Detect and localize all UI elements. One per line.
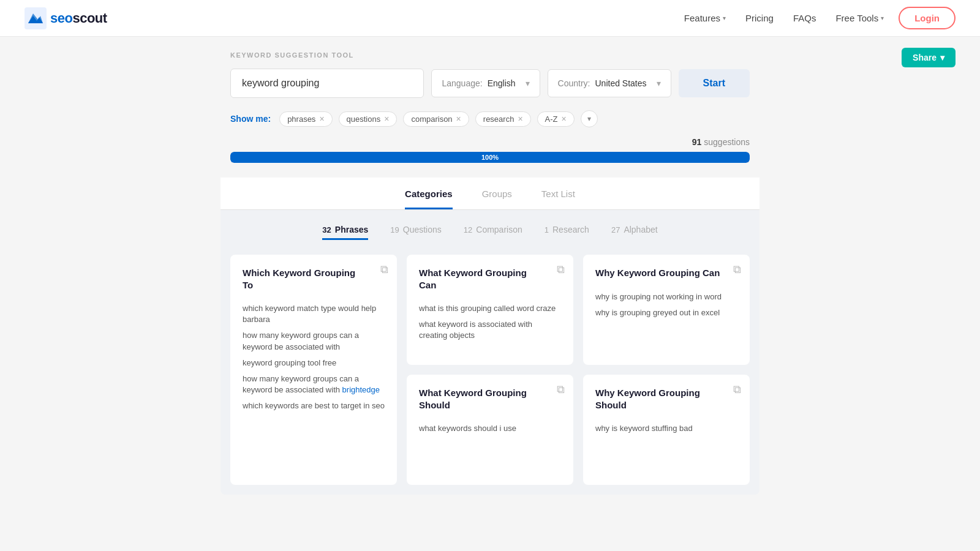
card-which-kw-4: how many keyword groups can a keyword be… [243, 371, 385, 398]
sub-tabs: 32 Phrases 19 Questions 12 Comparison 1 … [221, 210, 760, 245]
copy-card-why-can-icon[interactable]: ⧉ [733, 263, 741, 276]
suggestions-count: 91 suggestions [221, 137, 760, 147]
tab-text-list[interactable]: Text List [541, 189, 575, 209]
remove-research-icon[interactable]: × [518, 114, 522, 123]
subtab-questions[interactable]: 19 Questions [390, 225, 442, 240]
logo-text: seoscout [50, 10, 107, 26]
keyword-input[interactable] [230, 69, 424, 98]
copy-card-what-should-icon[interactable]: ⧉ [557, 383, 565, 396]
card-which-kw-3: keyword grouping tool free [243, 355, 385, 371]
keyword-card-what-should: ⧉ What Keyword Grouping Should what keyw… [407, 375, 573, 485]
share-button[interactable]: Share ▾ [902, 48, 956, 67]
share-chevron-icon: ▾ [940, 53, 944, 62]
features-chevron-icon: ▾ [723, 15, 726, 21]
copy-card-why-should-icon[interactable]: ⧉ [733, 383, 741, 396]
card-section: Categories Groups Text List 32 Phrases 1… [221, 178, 760, 495]
card-why-can-kw-2: why is grouping greyed out in excel [595, 305, 737, 321]
remove-phrases-icon[interactable]: × [319, 114, 324, 123]
card-which-kw-1: which keyword match type would help barb… [243, 301, 385, 328]
nav-features[interactable]: Features ▾ [684, 13, 726, 23]
subtab-alphabet[interactable]: 27 Alphabet [611, 225, 658, 240]
filter-more-button[interactable]: ▾ [581, 110, 598, 127]
filter-questions[interactable]: questions × [339, 111, 398, 127]
filter-az[interactable]: A-Z × [537, 111, 575, 127]
country-label: Country: [558, 78, 590, 88]
subtab-phrases[interactable]: 32 Phrases [322, 225, 368, 240]
filter-research[interactable]: research × [475, 111, 531, 127]
search-row: Language: English ▾ Country: United Stat… [221, 69, 760, 98]
language-chevron-icon: ▾ [526, 78, 530, 88]
card-why-can-kw-1: why is grouping not working in word [595, 289, 737, 305]
copy-card-which-icon[interactable]: ⧉ [380, 263, 388, 276]
card-why-should-title: Why Keyword Grouping Should [595, 387, 737, 411]
keyword-card-why-should: ⧉ Why Keyword Grouping Should why is key… [583, 375, 750, 485]
card-which-kw-2: how many keyword groups can a keyword be… [243, 328, 385, 354]
card-what-can-kw-1: what is this grouping called word craze [419, 301, 561, 317]
card-why-can-title: Why Keyword Grouping Can [595, 267, 737, 279]
filter-comparison[interactable]: comparison × [403, 111, 469, 127]
nav-pricing[interactable]: Pricing [745, 13, 774, 23]
country-value: United States [595, 78, 646, 88]
tool-label: KEYWORD SUGGESTION TOOL [221, 51, 760, 59]
language-select[interactable]: Language: English ▾ [431, 69, 540, 97]
copy-card-what-can-icon[interactable]: ⧉ [557, 263, 565, 276]
keyword-card-which: ⧉ Which Keyword Grouping To which keywor… [230, 255, 397, 485]
card-what-can-title: What Keyword Grouping Can [419, 267, 561, 291]
start-button[interactable]: Start [679, 69, 750, 97]
country-select[interactable]: Country: United States ▾ [548, 69, 671, 97]
show-me-label: Show me: [230, 114, 271, 124]
card-what-should-title: What Keyword Grouping Should [419, 387, 561, 411]
logo[interactable]: seoscout [24, 7, 107, 29]
subtab-research[interactable]: 1 Research [545, 225, 589, 240]
logo-icon [24, 7, 47, 29]
free-tools-chevron-icon: ▾ [881, 15, 884, 21]
filter-phrases[interactable]: phrases × [279, 111, 332, 127]
language-label: Language: [442, 78, 482, 88]
tab-groups[interactable]: Groups [482, 189, 512, 209]
progress-label: 100% [481, 154, 499, 161]
card-why-should-kw-1: why is keyword stuffing bad [595, 421, 737, 437]
keyword-card-why-can: ⧉ Why Keyword Grouping Can why is groupi… [583, 255, 750, 365]
card-which-kw4-link[interactable]: brightedge [342, 385, 380, 394]
card-which-kw-5: which keywords are best to target in seo [243, 398, 385, 414]
language-value: English [488, 78, 516, 88]
cards-grid: ⧉ Which Keyword Grouping To which keywor… [221, 245, 760, 495]
card-what-should-kw-1: what keywords should i use [419, 421, 561, 437]
keyword-card-what-can: ⧉ What Keyword Grouping Can what is this… [407, 255, 573, 365]
tab-categories[interactable]: Categories [405, 189, 453, 209]
nav-free-tools[interactable]: Free Tools ▾ [835, 13, 884, 23]
nav-links: Features ▾ Pricing FAQs Free Tools ▾ [684, 13, 884, 23]
remove-questions-icon[interactable]: × [384, 114, 389, 123]
card-what-can-kw-2: what keyword is associated with creating… [419, 317, 561, 343]
filters-row: Show me: phrases × questions × compariso… [221, 110, 760, 127]
remove-comparison-icon[interactable]: × [456, 114, 461, 123]
card-which-title: Which Keyword Grouping To [243, 267, 385, 291]
nav-faqs[interactable]: FAQs [793, 13, 816, 23]
progress-bar-container: 100% [230, 152, 750, 163]
login-button[interactable]: Login [899, 7, 956, 29]
main-tabs: Categories Groups Text List [221, 178, 760, 210]
filter-more-chevron-icon: ▾ [587, 114, 591, 123]
progress-bar: 100% [230, 152, 750, 163]
remove-az-icon[interactable]: × [562, 114, 567, 123]
subtab-comparison[interactable]: 12 Comparison [464, 225, 522, 240]
navbar: seoscout Features ▾ Pricing FAQs Free To… [0, 0, 980, 37]
country-chevron-icon: ▾ [657, 78, 661, 88]
